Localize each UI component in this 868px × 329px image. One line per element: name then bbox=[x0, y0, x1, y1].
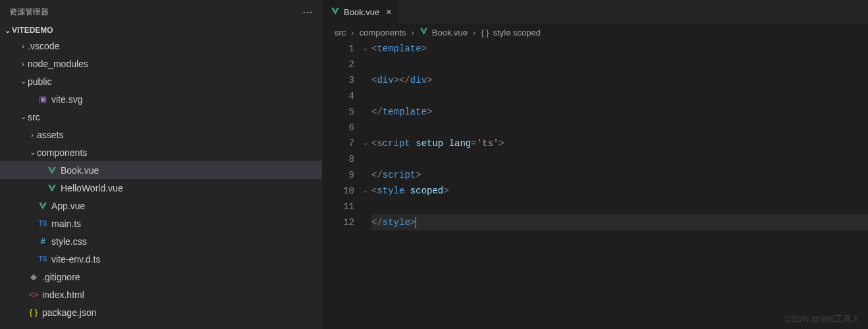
file-item[interactable]: <>index.html bbox=[0, 286, 322, 303]
vue-icon bbox=[46, 166, 58, 175]
vue-icon bbox=[331, 7, 340, 18]
chevron-right-icon: › bbox=[28, 131, 37, 139]
breadcrumbs[interactable]: src › components › Book.vue › { } style … bbox=[323, 24, 868, 41]
file-item[interactable]: Book.vue bbox=[0, 161, 322, 179]
watermark: CSDN @996工具人 bbox=[785, 313, 860, 325]
item-label: public bbox=[28, 76, 52, 87]
img-icon: ▣ bbox=[37, 94, 49, 104]
file-item[interactable]: ▣vite.svg bbox=[0, 90, 322, 108]
folder-item[interactable]: ›.vscode bbox=[0, 37, 322, 55]
more-actions-icon[interactable]: ⋯ bbox=[302, 6, 313, 18]
vue-icon bbox=[46, 184, 58, 193]
item-label: src bbox=[28, 112, 40, 122]
folder-item[interactable]: ⌄components bbox=[0, 143, 322, 161]
sidebar-header: 资源管理器 ⋯ bbox=[0, 0, 322, 24]
editor-area: Book.vue × src › components › Book.vue ›… bbox=[323, 0, 868, 329]
item-label: main.ts bbox=[51, 218, 81, 229]
chevron-right-icon: › bbox=[473, 28, 475, 38]
chevron-down-icon: ⌄ bbox=[3, 26, 12, 35]
breadcrumb-seg[interactable]: src bbox=[335, 28, 346, 38]
file-item[interactable]: TSvite-env.d.ts bbox=[0, 250, 322, 268]
tab-book-vue[interactable]: Book.vue × bbox=[323, 0, 400, 24]
file-item[interactable]: ◆.gitignore bbox=[0, 268, 322, 286]
folder-item[interactable]: ⌄src bbox=[0, 108, 322, 126]
vue-icon bbox=[37, 201, 49, 211]
item-label: .gitignore bbox=[42, 272, 80, 282]
git-icon: ◆ bbox=[28, 272, 40, 282]
file-tree: ›.vscode›node_modules⌄public▣vite.svg⌄sr… bbox=[0, 37, 322, 321]
file-item[interactable]: TSmain.ts bbox=[0, 215, 322, 232]
item-label: .vscode bbox=[28, 41, 59, 51]
braces-icon: { } bbox=[481, 28, 489, 38]
ts-icon: TS bbox=[37, 220, 49, 227]
chevron-down-icon: ⌄ bbox=[18, 113, 28, 121]
vue-icon bbox=[420, 27, 428, 38]
tabs-bar: Book.vue × bbox=[323, 0, 868, 24]
project-name: VITEDEMO bbox=[12, 26, 53, 35]
file-item[interactable]: App.vue bbox=[0, 197, 322, 215]
code-content[interactable]: <template><div></div></template><script … bbox=[371, 41, 868, 230]
item-label: vite-env.d.ts bbox=[51, 254, 100, 265]
code-area[interactable]: 123456789101112 ⌄⌄⌄ <template><div></div… bbox=[323, 41, 868, 230]
file-item[interactable]: HelloWorld.vue bbox=[0, 179, 322, 197]
explorer-sidebar: 资源管理器 ⋯ ⌄ VITEDEMO ›.vscode›node_modules… bbox=[0, 0, 323, 329]
tab-label: Book.vue bbox=[344, 7, 379, 17]
fold-column: ⌄⌄⌄ bbox=[360, 41, 371, 230]
chevron-right-icon: › bbox=[18, 42, 28, 50]
item-label: components bbox=[37, 147, 87, 158]
ts-icon: TS bbox=[37, 255, 49, 263]
item-label: index.html bbox=[42, 290, 84, 300]
chevron-down-icon: ⌄ bbox=[28, 148, 37, 157]
file-item[interactable]: { }package.json bbox=[0, 303, 322, 321]
project-header[interactable]: ⌄ VITEDEMO bbox=[0, 24, 322, 37]
folder-item[interactable]: ›node_modules bbox=[0, 55, 322, 72]
sidebar-title: 资源管理器 bbox=[9, 7, 49, 18]
html-icon: <> bbox=[28, 290, 40, 299]
breadcrumb-seg[interactable]: Book.vue bbox=[432, 28, 468, 38]
folder-item[interactable]: ›assets bbox=[0, 126, 322, 143]
breadcrumb-seg[interactable]: style scoped bbox=[493, 28, 541, 38]
chevron-right-icon: › bbox=[18, 60, 28, 68]
item-label: HelloWorld.vue bbox=[61, 183, 123, 193]
close-icon[interactable]: × bbox=[386, 7, 391, 17]
chevron-down-icon: ⌄ bbox=[18, 77, 28, 86]
chevron-right-icon: › bbox=[412, 28, 414, 38]
item-label: App.vue bbox=[51, 201, 85, 211]
line-numbers: 123456789101112 bbox=[323, 41, 360, 230]
item-label: vite.svg bbox=[51, 94, 82, 105]
breadcrumb-seg[interactable]: components bbox=[360, 28, 406, 38]
item-label: package.json bbox=[42, 307, 97, 318]
file-item[interactable]: #style.css bbox=[0, 232, 322, 250]
json-icon: { } bbox=[28, 307, 40, 317]
item-label: node_modules bbox=[28, 59, 88, 69]
folder-item[interactable]: ⌄public bbox=[0, 72, 322, 90]
item-label: style.css bbox=[51, 236, 87, 247]
item-label: Book.vue bbox=[61, 165, 99, 176]
item-label: assets bbox=[37, 130, 63, 140]
chevron-right-icon: › bbox=[351, 28, 354, 38]
css-icon: # bbox=[37, 236, 49, 246]
